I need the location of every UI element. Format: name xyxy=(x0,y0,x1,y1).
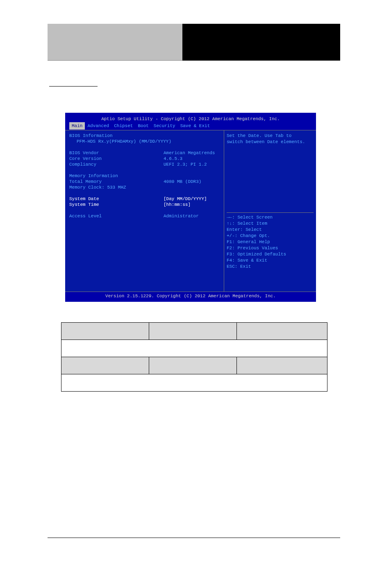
table-r3c2 xyxy=(149,357,237,374)
nav-enter: Enter: Select xyxy=(227,227,314,233)
bios-left-panel: BIOS Information PFM-HDS Rx.y(PFHDAMxy) … xyxy=(65,130,224,292)
bios-model: PFM-HDS Rx.y(PFHDAMxy) (MM/DD/YYYY) xyxy=(69,139,220,144)
access-level-value: Administrator xyxy=(164,213,220,219)
header-right-block xyxy=(182,24,340,61)
bios-body: BIOS Information PFM-HDS Rx.y(PFHDAMxy) … xyxy=(65,130,316,292)
system-date-label[interactable]: System Date xyxy=(69,196,164,202)
table-r3c1 xyxy=(61,357,149,374)
nav-f2: F2: Previous Values xyxy=(227,245,314,251)
system-time-label[interactable]: System Time xyxy=(69,202,164,207)
bios-nav-help: →←: Select Screen ↑↓: Select Item Enter:… xyxy=(224,209,316,271)
menu-boot[interactable]: Boot xyxy=(135,122,151,130)
bios-title: Aptio Setup Utility - Copyright (C) 2012… xyxy=(65,113,316,122)
menu-main[interactable]: Main xyxy=(69,122,85,130)
help-line-2: switch between Date elements. xyxy=(227,139,314,145)
help-separator xyxy=(227,212,314,213)
compliancy-value: UEFI 2.3; PI 1.2 xyxy=(164,162,220,167)
nav-select-screen: →←: Select Screen xyxy=(227,214,314,221)
table-r1c3 xyxy=(237,323,327,340)
nav-f4: F4: Save & Exit xyxy=(227,258,314,264)
table-r4 xyxy=(61,374,327,392)
core-version-label: Core Version xyxy=(69,156,164,162)
bios-footer: Version 2.15.1229. Copyright (C) 2012 Am… xyxy=(65,292,316,300)
compliancy-label: Compliancy xyxy=(69,162,164,167)
help-line-1: Set the Date. Use Tab to xyxy=(227,133,314,139)
header-band xyxy=(48,24,340,61)
table-r1c2 xyxy=(149,323,237,340)
section-underline xyxy=(49,86,98,87)
bottom-rule xyxy=(48,538,340,538)
nav-select-item: ↑↓: Select Item xyxy=(227,221,314,227)
menu-save-exit[interactable]: Save & Exit xyxy=(178,122,213,130)
menu-security[interactable]: Security xyxy=(151,122,178,130)
table-r1c1 xyxy=(61,323,149,340)
nav-esc: ESC: Exit xyxy=(227,264,314,270)
memory-clock: Memory Clock: 533 MHZ xyxy=(69,185,220,190)
header-left-block xyxy=(48,24,182,61)
access-level-label: Access Level xyxy=(69,213,164,219)
bios-menu-bar: Main Advanced Chipset Boot Security Save… xyxy=(65,122,316,130)
nav-change-opt: +/-: Change Opt. xyxy=(227,233,314,239)
total-memory-value: 4080 MB (DDR3) xyxy=(164,179,220,185)
menu-advanced[interactable]: Advanced xyxy=(85,122,111,130)
nav-f3: F3: Optimized Defaults xyxy=(227,251,314,258)
nav-f1: F1: General Help xyxy=(227,239,314,245)
core-version-value: 4.6.5.3 xyxy=(164,156,220,162)
memory-heading: Memory Information xyxy=(69,173,164,179)
system-time-value[interactable]: [hh:mm:ss] xyxy=(164,202,220,207)
bios-right-panel: Set the Date. Use Tab to switch between … xyxy=(224,130,316,292)
bios-window: Aptio Setup Utility - Copyright (C) 2012… xyxy=(65,113,316,302)
bios-vendor-label: BIOS Vendor xyxy=(69,150,164,156)
bios-vendor-value: American Megatrends xyxy=(164,150,220,156)
menu-chipset[interactable]: Chipset xyxy=(111,122,135,130)
table-r3c3 xyxy=(237,357,327,374)
bios-info-heading: BIOS Information xyxy=(69,133,164,139)
table-r2 xyxy=(61,340,327,357)
system-date-value[interactable]: [Day MM/DD/YYYY] xyxy=(164,196,220,202)
total-memory-label: Total Memory xyxy=(69,179,164,185)
info-table xyxy=(61,322,327,392)
